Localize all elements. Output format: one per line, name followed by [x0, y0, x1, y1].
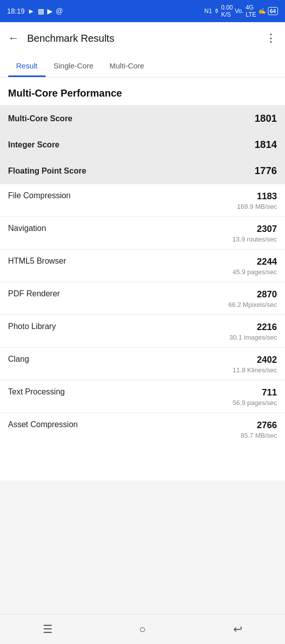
detail-score-asset-compression: 2766 — [241, 420, 277, 431]
data-speed: 0.00K/S — [221, 4, 233, 18]
score-row-floating: Floating Point Score 1776 — [0, 157, 285, 184]
detail-values-pdf-renderer: 2870 66.2 Mpixels/sec — [228, 289, 277, 308]
back-nav-icon: ↩ — [233, 623, 242, 636]
score-label-multicore: Multi-Core Score — [8, 114, 72, 123]
score-value-floating: 1776 — [255, 165, 277, 177]
back-button[interactable]: ← — [8, 32, 19, 45]
detail-label-photo-library: Photo Library — [8, 322, 56, 331]
youtube-icon: ▶ — [47, 7, 53, 15]
detail-score-text-processing: 711 — [233, 387, 277, 398]
status-right: N1 ⚱ 0.00K/S Vo. 4GLTE ✍ 64 — [205, 4, 278, 18]
score-row-integer: Integer Score 1814 — [0, 131, 285, 157]
detail-unit-photo-library: 30.1 images/sec — [229, 334, 277, 341]
detail-row-clang: Clang 2402 11.8 Klines/sec — [0, 347, 285, 380]
detail-score-file-compression: 1183 — [237, 191, 277, 202]
app-bar: ← Benchmark Results ⋮ — [0, 22, 285, 54]
msg-icon: ▩ — [38, 7, 44, 15]
nfc-icon: N1 — [205, 8, 212, 15]
detail-label-navigation: Navigation — [8, 224, 46, 233]
status-time: 18:19 — [7, 7, 25, 15]
detail-values-file-compression: 1183 169.9 MB/sec — [237, 191, 277, 210]
detail-label-asset-compression: Asset Compression — [8, 420, 78, 429]
score-label-floating: Floating Point Score — [8, 167, 86, 176]
detail-unit-text-processing: 56.9 pages/sec — [233, 399, 277, 407]
detail-values-photo-library: 2216 30.1 images/sec — [229, 322, 277, 341]
detail-values-clang: 2402 11.8 Klines/sec — [233, 355, 277, 374]
detail-unit-file-compression: 169.9 MB/sec — [237, 203, 277, 210]
detail-label-pdf-renderer: PDF Renderer — [8, 289, 60, 298]
status-left: 18:19 ► ▩ ▶ @ — [7, 7, 63, 15]
main-content: Multi-Core Performance Multi-Core Score … — [0, 77, 285, 480]
tab-single-core[interactable]: Single-Core — [46, 54, 102, 77]
vo-icon: Vo. — [235, 8, 243, 15]
detail-values-asset-compression: 2766 85.7 MB/sec — [241, 420, 277, 439]
detail-row-file-compression: File Compression 1183 169.9 MB/sec — [0, 184, 285, 216]
score-value-multicore: 1801 — [255, 113, 277, 124]
tab-result[interactable]: Result — [8, 54, 46, 77]
at-icon: @ — [56, 7, 63, 15]
detail-label-clang: Clang — [8, 355, 29, 364]
detail-values-text-processing: 711 56.9 pages/sec — [233, 387, 277, 407]
detail-score-navigation: 2307 — [232, 224, 277, 234]
detail-score-clang: 2402 — [233, 355, 277, 365]
nav-menu-button[interactable]: ☰ — [33, 619, 63, 639]
page-title: Benchmark Results — [27, 33, 265, 44]
detail-score-pdf-renderer: 2870 — [228, 289, 277, 300]
detail-unit-asset-compression: 85.7 MB/sec — [241, 432, 277, 439]
tabs-bar: Result Single-Core Multi-Core — [0, 54, 285, 77]
detail-unit-navigation: 13.9 routes/sec — [232, 235, 277, 243]
section-title: Multi-Core Performance — [0, 77, 285, 105]
detail-row-photo-library: Photo Library 2216 30.1 images/sec — [0, 314, 285, 347]
detail-row-navigation: Navigation 2307 13.9 routes/sec — [0, 216, 285, 249]
home-icon: ○ — [139, 623, 146, 636]
detail-label-text-processing: Text Processing — [8, 387, 65, 396]
detail-label-file-compression: File Compression — [8, 191, 70, 200]
location-icon: ► — [28, 7, 35, 15]
detail-row-pdf-renderer: PDF Renderer 2870 66.2 Mpixels/sec — [0, 282, 285, 314]
nav-home-button[interactable]: ○ — [128, 619, 158, 639]
detail-row-html5-browser: HTML5 Browser 2244 45.9 pages/sec — [0, 249, 285, 282]
detail-unit-clang: 11.8 Klines/sec — [233, 366, 277, 374]
detail-label-html5-browser: HTML5 Browser — [8, 257, 66, 266]
menu-icon: ☰ — [43, 623, 53, 636]
detail-unit-pdf-renderer: 66.2 Mpixels/sec — [228, 301, 277, 308]
nav-back-button[interactable]: ↩ — [223, 619, 253, 639]
nav-bar: ☰ ○ ↩ — [0, 614, 285, 644]
detail-values-html5-browser: 2244 45.9 pages/sec — [233, 257, 277, 276]
detail-values-navigation: 2307 13.9 routes/sec — [232, 224, 277, 243]
tab-multi-core[interactable]: Multi-Core — [102, 54, 152, 77]
score-row-multicore: Multi-Core Score 1801 — [0, 105, 285, 131]
detail-row-asset-compression: Asset Compression 2766 85.7 MB/sec — [0, 413, 285, 445]
detail-score-html5-browser: 2244 — [233, 257, 277, 267]
detail-row-text-processing: Text Processing 711 56.9 pages/sec — [0, 380, 285, 413]
score-value-integer: 1814 — [255, 139, 277, 150]
more-options-button[interactable]: ⋮ — [265, 32, 277, 45]
signal-icon: ✍ — [258, 8, 266, 15]
lte-icon: 4GLTE — [246, 4, 256, 18]
detail-unit-html5-browser: 45.9 pages/sec — [233, 268, 277, 276]
detail-score-photo-library: 2216 — [229, 322, 277, 333]
score-label-integer: Integer Score — [8, 140, 59, 149]
bluetooth-icon: ⚱ — [214, 8, 219, 15]
status-bar: 18:19 ► ▩ ▶ @ N1 ⚱ 0.00K/S Vo. 4GLTE ✍ 6… — [0, 0, 285, 22]
battery-level: 64 — [268, 7, 278, 15]
